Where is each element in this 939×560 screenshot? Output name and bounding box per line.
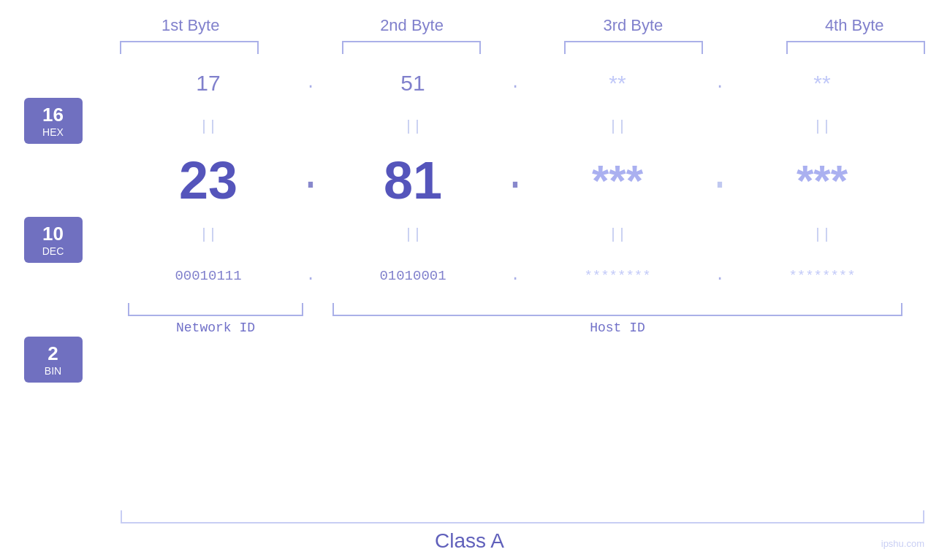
hex-b3: ** [544,71,691,96]
byte3-header: 3rd Byte [560,16,706,35]
bracket-top-4 [786,41,925,54]
dot-bin-1: . [296,266,325,285]
dec-badge: 10 DEC [24,217,83,263]
class-bracket [121,510,924,523]
id-labels: Network ID Host ID [106,321,924,335]
dot-hex-1: . [296,74,325,93]
bin-row: 00010111 . 01010001 . ******** . *******… [106,248,924,303]
watermark: ipshu.com [881,538,924,549]
base-labels: 16 HEX 10 DEC 2 BIN [0,54,106,507]
dec-b2: 81 [340,150,486,210]
bin-b3: ******** [544,268,691,284]
eq2: || [340,118,486,135]
main-container: 1st Byte 2nd Byte 3rd Byte 4th Byte 16 H… [0,0,939,560]
dot-dec-2: . [501,154,530,207]
dot-hex-2: . [501,74,530,93]
eq6: || [340,226,486,243]
network-id-label: Network ID [128,321,303,335]
hex-b4: ** [749,71,895,96]
bracket-network [128,303,303,316]
class-label: Class A [435,529,504,552]
bracket-top-2 [342,41,481,54]
dec-b4: *** [749,156,895,206]
values-grid: 17 . 51 . ** . ** || || || || 23 [106,54,939,507]
dot-dec-1: . [296,154,325,207]
eq3: || [544,118,691,135]
hex-row: 17 . 51 . ** . ** [106,54,924,112]
bottom-brackets [106,303,924,316]
bin-b4: ******** [749,268,895,284]
bin-badge: 2 BIN [24,337,83,383]
class-label-row: Class A [0,529,939,553]
byte4-header: 4th Byte [781,16,927,35]
sep-row-2: || || || || [106,220,924,248]
bin-b1: 00010111 [135,268,281,284]
byte-headers: 1st Byte 2nd Byte 3rd Byte 4th Byte [106,16,939,35]
eq7: || [544,226,691,243]
dot-dec-3: . [705,154,734,207]
dec-row: 23 . 81 . *** . *** [106,140,924,220]
dec-b1: 23 [135,150,281,210]
dot-bin-2: . [501,266,530,285]
host-id-label: Host ID [332,321,902,335]
byte2-header: 2nd Byte [339,16,485,35]
bracket-top-3 [564,41,703,54]
top-brackets [106,41,939,54]
eq4: || [749,118,895,135]
eq5: || [135,226,281,243]
bin-b2: 01010001 [340,268,486,284]
dot-hex-3: . [705,74,734,93]
hex-b1: 17 [135,71,281,96]
eq8: || [749,226,895,243]
bracket-host [332,303,902,316]
eq1: || [135,118,281,135]
hex-badge: 16 HEX [24,98,83,144]
hex-b2: 51 [340,71,486,96]
dec-b3: *** [544,156,691,206]
sep-row-1: || || || || [106,112,924,140]
dot-bin-3: . [705,266,734,285]
bracket-top-1 [120,41,259,54]
content-area: 16 HEX 10 DEC 2 BIN 17 . 51 . ** . ** [0,54,939,507]
byte1-header: 1st Byte [118,16,264,35]
